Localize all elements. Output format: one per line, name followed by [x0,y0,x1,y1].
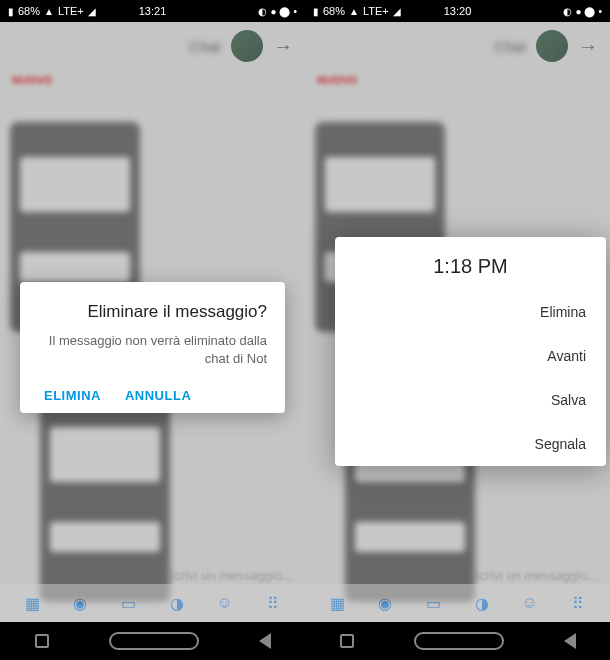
phone-screenshot-right: ▮ 68% ▲ LTE+ ◢ 13:20 ◐ ● ⬤ • Chat → [305,0,610,660]
battery-icon: ▮ [313,6,319,17]
battery-percent: 68% [18,5,40,17]
notif-icon: ◐ [258,6,267,17]
notif-icon: ◐ [563,6,572,17]
confirm-button[interactable]: ELIMINA [44,388,101,403]
menu-item-save[interactable]: Salva [335,378,606,422]
status-time: 13:21 [139,5,167,17]
phone-screenshot-left: ▮ 68% ▲ LTE+ ◢ 13:21 ◐ ● ⬤ • Chat → [0,0,305,660]
status-bar: ▮ 68% ▲ LTE+ ◢ 13:20 ◐ ● ⬤ • [305,0,610,22]
delete-dialog: Eliminare il messaggio? Il messaggio non… [20,282,285,413]
network-label: LTE+ [363,5,389,17]
status-time: 13:20 [444,5,472,17]
android-nav-bar [305,622,610,660]
nav-back-icon[interactable] [564,633,576,649]
notif-icon: ● [270,6,276,17]
wifi-icon: ▲ [349,6,359,17]
notif-icon: • [293,6,297,17]
battery-percent: 68% [323,5,345,17]
network-label: LTE+ [58,5,84,17]
notif-icon: • [598,6,602,17]
nav-recents-icon[interactable] [340,634,354,648]
nav-recents-icon[interactable] [35,634,49,648]
chat-background: Chat → NUOVO Scrivi un messaggio... ▦ ◉ … [305,22,610,622]
nav-back-icon[interactable] [259,633,271,649]
status-bar: ▮ 68% ▲ LTE+ ◢ 13:21 ◐ ● ⬤ • [0,0,305,22]
message-context-menu: 1:18 PM Elimina Avanti Salva Segnala [335,237,606,466]
nav-home-icon[interactable] [109,632,199,650]
dialog-title: Eliminare il messaggio? [38,302,267,322]
nav-home-icon[interactable] [414,632,504,650]
notif-icon: ⬤ [584,6,595,17]
menu-item-delete[interactable]: Elimina [335,290,606,334]
menu-item-forward[interactable]: Avanti [335,334,606,378]
signal-icon: ◢ [88,6,96,17]
battery-icon: ▮ [8,6,14,17]
notif-icon: ⬤ [279,6,290,17]
notif-icon: ● [575,6,581,17]
chat-background: Chat → NUOVO Scrivi un messaggio... ▦ ◉ … [0,22,305,622]
signal-icon: ◢ [393,6,401,17]
android-nav-bar [0,622,305,660]
wifi-icon: ▲ [44,6,54,17]
dialog-text: Il messaggio non verrà eliminato dalla c… [38,332,267,368]
cancel-button[interactable]: ANNULLA [125,388,191,403]
